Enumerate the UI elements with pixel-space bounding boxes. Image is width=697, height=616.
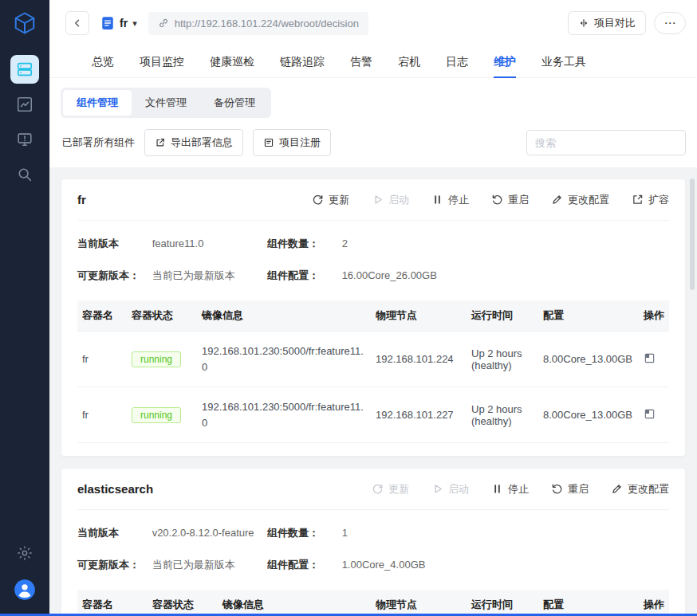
start-action[interactable]: 启动 — [372, 193, 409, 207]
updatable-version-value: 当前已为最新版本 — [152, 559, 235, 571]
back-button[interactable] — [65, 11, 89, 35]
component-count-field: 组件数量： 2 — [267, 237, 669, 251]
update-action[interactable]: 更新 — [312, 193, 349, 207]
console-icon[interactable] — [644, 408, 656, 420]
component-config-label: 组件配置： — [267, 558, 339, 572]
monitor-alert-icon — [16, 131, 33, 148]
component-count-value: 2 — [342, 237, 348, 249]
app-window: fr ▾ http://192.168.101.224/webroot/deci… — [0, 0, 697, 616]
change-config-action[interactable]: 更改配置 — [611, 482, 669, 496]
project-compare-button[interactable]: 项目对比 — [568, 11, 646, 35]
subtab-file-management[interactable]: 文件管理 — [132, 90, 200, 116]
play-icon — [372, 194, 384, 206]
sidebar-item-alarm-monitor[interactable] — [10, 125, 39, 154]
tab-business-tools[interactable]: 业务工具 — [541, 46, 586, 77]
start-action[interactable]: 启动 — [431, 482, 469, 496]
sidebar-bottom — [10, 539, 39, 603]
tab-health-check[interactable]: 健康巡检 — [210, 46, 254, 77]
col-physical-node: 物理节点 — [371, 590, 467, 616]
vertical-scrollbar[interactable] — [690, 179, 695, 290]
project-url-chip[interactable]: http://192.168.101.224/webroot/decision — [148, 12, 368, 35]
component-card-elasticsearch: elasticsearch 更新 启动 — [61, 468, 686, 616]
component-config-label: 组件配置： — [267, 269, 339, 283]
current-version-label: 当前版本 — [77, 237, 149, 251]
component-card-fr: fr 更新 启动 — [61, 179, 686, 457]
restart-icon — [491, 194, 503, 206]
project-selector[interactable]: fr ▾ — [100, 16, 137, 30]
card-title: elasticsearch — [77, 482, 153, 496]
container-name: fr — [77, 332, 127, 387]
col-image-info: 镜像信息 — [197, 300, 371, 332]
col-container-name: 容器名 — [77, 590, 148, 616]
table-row: fr running 192.168.101.230:5000/fr:featu… — [77, 387, 669, 443]
card-header: elasticsearch 更新 启动 — [77, 469, 669, 510]
table-header-row: 容器名 容器状态 镜像信息 物理节点 运行时间 配置 操作 — [77, 590, 669, 616]
update-action[interactable]: 更新 — [372, 482, 409, 496]
tab-overview[interactable]: 总览 — [92, 46, 114, 77]
refresh-update-icon — [372, 483, 384, 495]
action-label: 停止 — [508, 482, 529, 496]
current-version-value: feature11.0 — [152, 237, 204, 249]
container-config: 8.00Core_13.00GB — [538, 387, 639, 443]
change-config-action[interactable]: 更改配置 — [551, 193, 609, 207]
subtab-backup-management[interactable]: 备份管理 — [200, 90, 269, 116]
ellipsis-icon: ⋯ — [664, 16, 676, 30]
current-version-value: v20.2.0-8.12.0-feature — [152, 527, 254, 539]
tab-tracing[interactable]: 链路追踪 — [280, 46, 325, 77]
component-config-field: 组件配置： 16.00Core_26.00GB — [267, 269, 669, 283]
tab-maintenance[interactable]: 维护 — [494, 46, 516, 77]
tab-downtime[interactable]: 宕机 — [398, 46, 420, 77]
card-actions: 更新 启动 停止 — [312, 193, 669, 207]
sidebar-item-inspection[interactable] — [10, 160, 39, 189]
col-physical-node: 物理节点 — [371, 300, 467, 332]
updatable-version-field: 可更新版本： 当前已为最新版本 — [77, 269, 267, 283]
uptime: Up 2 hours (healthy) — [467, 332, 538, 387]
project-register-button[interactable]: 项目注册 — [253, 129, 331, 156]
container-table: 容器名 容器状态 镜像信息 物理节点 运行时间 配置 操作 fr running — [77, 300, 669, 443]
user-avatar[interactable] — [14, 579, 36, 603]
restart-icon — [551, 483, 563, 495]
current-version-field: 当前版本 feature11.0 — [77, 237, 267, 251]
component-config-field: 组件配置： 1.00Core_4.00GB — [267, 558, 669, 572]
stop-action[interactable]: 停止 — [431, 193, 469, 207]
tab-logs[interactable]: 日志 — [446, 46, 468, 77]
action-label: 更改配置 — [628, 482, 669, 496]
avatar-person-icon — [14, 579, 36, 601]
image-info: 192.168.101.230:5000/fr:feature11.0 — [197, 332, 371, 387]
component-toolbar: 已部署所有组件 导出部署信息 项目注册 — [61, 129, 686, 156]
settings-button[interactable] — [10, 539, 39, 567]
sidebar-item-components[interactable] — [10, 55, 39, 84]
caret-down-icon[interactable]: ▾ — [132, 18, 137, 29]
tab-alerts[interactable]: 告警 — [350, 46, 372, 77]
link-icon — [158, 18, 169, 29]
physical-node: 192.168.101.224 — [371, 332, 467, 387]
action-label: 更新 — [329, 193, 349, 207]
sub-tabs: 组件管理 文件管理 备份管理 — [61, 88, 271, 118]
container-name: fr — [77, 387, 127, 443]
action-label: 启动 — [448, 482, 469, 496]
scale-out-action[interactable]: 扩容 — [632, 193, 669, 207]
left-sidebar — [0, 0, 49, 616]
col-config: 配置 — [538, 590, 639, 616]
action-label: 重启 — [508, 193, 529, 207]
container-table: 容器名 容器状态 镜像信息 物理节点 运行时间 配置 操作 elasticsea… — [77, 590, 669, 616]
app-logo[interactable] — [13, 11, 37, 37]
component-info: 当前版本 v20.2.0-8.12.0-feature 组件数量： 1 可更新版… — [77, 510, 669, 579]
status-badge: running — [132, 407, 181, 423]
stop-action[interactable]: 停止 — [491, 482, 529, 496]
topbar: fr ▾ http://192.168.101.224/webroot/deci… — [49, 0, 697, 46]
more-button[interactable]: ⋯ — [654, 12, 686, 34]
component-cards-area: fr 更新 启动 — [49, 167, 697, 616]
tab-project-monitor[interactable]: 项目监控 — [140, 46, 184, 77]
console-icon[interactable] — [644, 352, 656, 364]
table-header-row: 容器名 容器状态 镜像信息 物理节点 运行时间 配置 操作 — [77, 300, 669, 332]
export-icon — [155, 137, 166, 148]
export-deploy-info-button[interactable]: 导出部署信息 — [144, 129, 243, 156]
restart-action[interactable]: 重启 — [551, 482, 589, 496]
sidebar-item-monitor-chart[interactable] — [10, 90, 39, 119]
subtab-component-management[interactable]: 组件管理 — [63, 90, 132, 116]
col-container-status: 容器状态 — [127, 300, 197, 332]
restart-action[interactable]: 重启 — [491, 193, 529, 207]
action-label: 更改配置 — [568, 193, 609, 207]
search-input[interactable] — [526, 130, 686, 155]
